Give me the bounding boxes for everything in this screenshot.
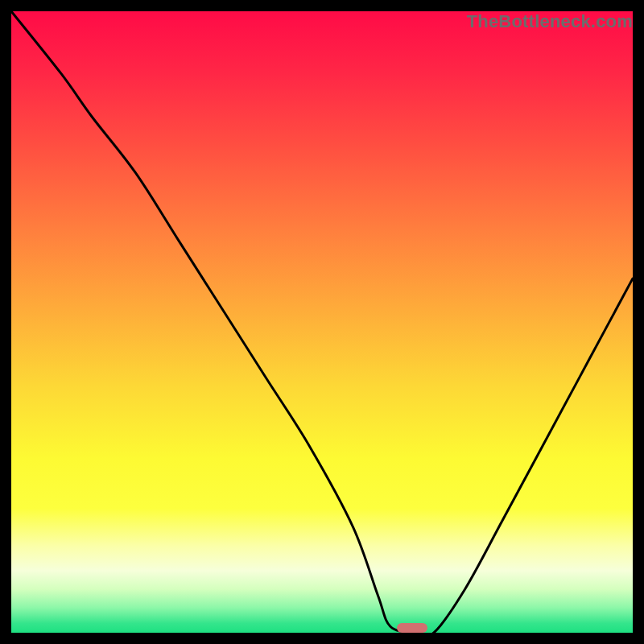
plot-area (11, 11, 633, 633)
chart-container: TheBottleneck.com (0, 0, 644, 644)
watermark-text: TheBottleneck.com (467, 11, 633, 32)
minimum-marker (397, 623, 428, 633)
bottleneck-curve (11, 11, 633, 633)
